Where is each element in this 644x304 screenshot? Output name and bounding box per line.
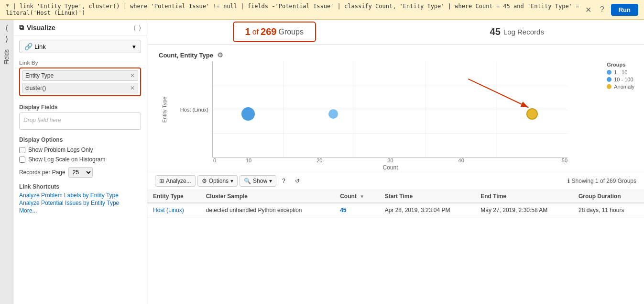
- expand-icon[interactable]: ⟨: [5, 23, 8, 33]
- link-by-label: Link By: [13, 57, 147, 68]
- legend-title: Groups: [607, 62, 634, 68]
- col-end-time: End Time: [475, 190, 573, 203]
- legend-item-2: Anomaly: [607, 84, 634, 90]
- top-bar: * | link 'Entity Type', cluster() | wher…: [0, 0, 644, 20]
- show-icon: 🔍: [244, 178, 251, 184]
- y-row-labels: Host (Linux): [174, 62, 212, 158]
- link-icon: 🔗: [24, 43, 33, 50]
- v-grid-2: [355, 62, 355, 157]
- records-per-page-label: Records per Page: [19, 169, 65, 176]
- table-container: Entity Type Cluster Sample Count ▼ Start…: [147, 190, 644, 217]
- analyze-icon: ⊞: [159, 178, 164, 184]
- col-entity-type: Entity Type: [147, 190, 200, 203]
- link-shortcuts-title: Link Shortcuts: [19, 183, 141, 190]
- show-problem-logs-checkbox[interactable]: [19, 147, 25, 153]
- scatter-dot-1: [328, 109, 338, 119]
- y-axis-label: Entity Type: [162, 97, 167, 123]
- shortcut-item-1[interactable]: Analyze Potential Issues by Entity Type: [19, 200, 141, 206]
- x-axis-label: Count: [213, 163, 568, 172]
- cell-group-duration: 28 days, 11 hours: [573, 203, 644, 217]
- sidebar-tab-label[interactable]: Fields: [3, 49, 10, 65]
- h-grid-3: [213, 133, 568, 134]
- records-per-page-row: Records per Page 25 50 100: [13, 164, 147, 180]
- refresh-button[interactable]: ↺: [291, 176, 304, 186]
- link-by-container: Entity Type ✕ cluster() ✕: [19, 68, 141, 96]
- showing-text: Showing 1 of 269 Groups: [572, 178, 636, 184]
- show-problem-logs-label: Show Problem Logs Only: [28, 146, 93, 153]
- chart-legend: Groups 1 - 10 10 - 100 Anomaly: [607, 62, 634, 90]
- show-log-scale-row: Show Log Scale on Histogram: [13, 155, 147, 164]
- visualize-icon: ⧉: [19, 23, 24, 32]
- entity-type-link[interactable]: Host (Linux): [153, 207, 184, 214]
- scatter-dot-0: [241, 107, 255, 121]
- remove-entity-type-tag[interactable]: ✕: [130, 72, 135, 79]
- link-by-tag-entity-type: Entity Type ✕: [22, 70, 138, 81]
- panel-title: ⧉ Visualize: [19, 23, 55, 32]
- link-by-tag-cluster-label: cluster(): [25, 85, 46, 91]
- drop-field-placeholder: Drop field here: [23, 117, 61, 124]
- panel-title-text: Visualize: [27, 24, 55, 32]
- main-layout: ⟨ ⟩ Fields ⧉ Visualize ⟨ ⟩ 🔗 Link ▾ Link…: [0, 20, 644, 304]
- legend-label-0: 1 - 10: [614, 69, 627, 75]
- drop-field-box[interactable]: Drop field here: [19, 113, 141, 130]
- link-dropdown-icon: ▾: [132, 43, 136, 50]
- col-group-duration: Group Duration: [573, 190, 644, 203]
- chart-gear-icon[interactable]: ⚙: [217, 51, 223, 59]
- more-link[interactable]: More...: [19, 207, 141, 214]
- cell-end-time: May 27, 2019, 2:30:58 AM: [475, 203, 573, 217]
- v-grid-3: [426, 62, 426, 157]
- link-shortcuts-section: Link Shortcuts Analyze Problem Labels by…: [13, 180, 147, 217]
- display-fields-label: Display Fields: [13, 100, 147, 113]
- plot-area: [212, 62, 568, 158]
- chart-toolbar: ⊞ Analyze... ⚙ Options ▾ 🔍 Show ▾ ? ↺ ℹ …: [147, 172, 644, 190]
- remove-cluster-tag[interactable]: ✕: [130, 85, 135, 91]
- legend-item-1: 10 - 100: [607, 77, 634, 82]
- sidebar-tab: ⟨ ⟩ Fields: [0, 20, 13, 304]
- analyze-button[interactable]: ⊞ Analyze...: [155, 175, 196, 187]
- y-axis-label-container: Entity Type: [155, 62, 174, 158]
- groups-current: 1: [245, 26, 251, 37]
- count-link[interactable]: 45: [340, 207, 346, 214]
- col-start-time: Start Time: [379, 190, 475, 203]
- show-button[interactable]: 🔍 Show ▾: [240, 175, 276, 187]
- svg-line-1: [468, 79, 528, 108]
- run-button[interactable]: Run: [611, 4, 638, 16]
- toolbar-info: ℹ Showing 1 of 269 Groups: [568, 178, 636, 184]
- scatter-plot-wrapper: Entity Type Host (Linux): [155, 62, 644, 158]
- options-arrow-icon: ▾: [230, 178, 233, 184]
- chart-header: Count, Entity Type ⚙: [151, 48, 644, 59]
- col-count[interactable]: Count ▼: [334, 190, 379, 203]
- log-records-count: 45: [490, 26, 501, 37]
- show-log-scale-checkbox[interactable]: [19, 157, 25, 163]
- query-text: * | link 'Entity Type', cluster() | wher…: [6, 3, 583, 16]
- options-icon: ⚙: [202, 178, 207, 184]
- close-button[interactable]: ✕: [583, 4, 593, 15]
- help-button[interactable]: ?: [598, 4, 606, 15]
- v-grid-4: [497, 62, 497, 157]
- groups-of-label: of: [252, 28, 259, 36]
- help-icon-button[interactable]: ?: [278, 176, 289, 186]
- panel-right-icon[interactable]: ⟩: [139, 24, 141, 32]
- link-button-label: Link: [34, 43, 46, 50]
- cell-count: 45: [334, 203, 379, 217]
- shortcut-item-0[interactable]: Analyze Problem Labels by Entity Type: [19, 192, 141, 199]
- legend-label-2: Anomaly: [614, 84, 634, 90]
- display-options-label: Display Options: [13, 134, 147, 145]
- data-table: Entity Type Cluster Sample Count ▼ Start…: [147, 190, 644, 217]
- y-label-host-linux: Host (Linux): [180, 107, 208, 113]
- legend-dot-1: [607, 77, 611, 82]
- link-button[interactable]: 🔗 Link ▾: [19, 40, 141, 53]
- records-per-page-select[interactable]: 25 50 100: [68, 167, 93, 178]
- legend-item-0: 1 - 10: [607, 69, 634, 75]
- options-label: Options: [209, 178, 229, 184]
- show-problem-logs-row: Show Problem Logs Only: [13, 145, 147, 155]
- collapse-icon[interactable]: ⟩: [5, 34, 8, 44]
- h-grid-2: [213, 110, 568, 110]
- x-axis-ticks: 0 10 20 30 40 50: [213, 158, 568, 163]
- options-button[interactable]: ⚙ Options ▾: [197, 175, 238, 187]
- show-arrow-icon: ▾: [269, 178, 272, 184]
- cell-cluster-sample: detected unhandled Python exception: [200, 203, 335, 217]
- scatter-dot-anomaly: [526, 108, 538, 120]
- panel-left-icon[interactable]: ⟨: [133, 24, 136, 32]
- panel-header-icons: ⟨ ⟩: [133, 24, 141, 32]
